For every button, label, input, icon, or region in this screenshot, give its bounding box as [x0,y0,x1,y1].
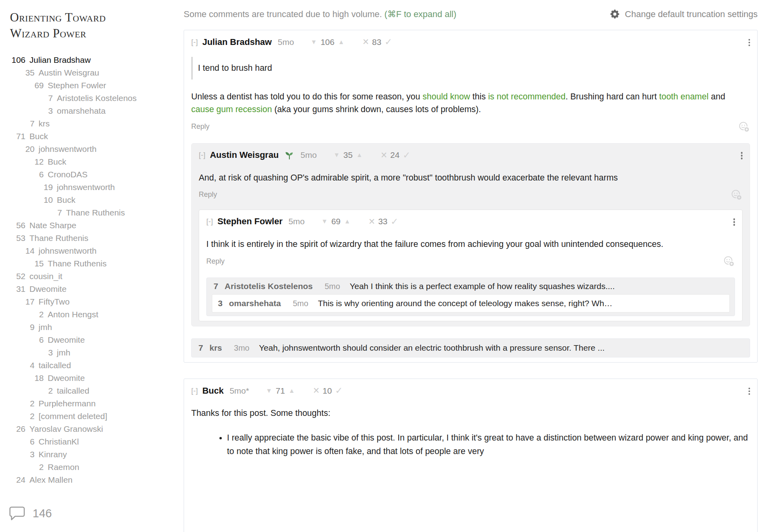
expand-all-hint[interactable]: (⌘F to expand all) [382,9,456,19]
downvote-icon[interactable]: ▼ [311,39,317,46]
tree-item-anton-hengst[interactable]: 2Anton Hengst [10,308,171,321]
reply-button[interactable]: Reply [199,190,217,199]
collapsed-comment-line[interactable]: 7 Aristotelis Kostelenos 5mo Yeah I thin… [212,282,730,291]
tree-item-name: Thane Ruthenis [66,208,125,217]
comment-age[interactable]: 5mo [278,37,294,47]
kebab-menu-icon[interactable] [740,150,744,161]
agree-icon[interactable]: ✓ [403,150,410,161]
comment-preview[interactable]: This is why orienting around the concept… [318,299,725,308]
tree-item-austin-weisgrau[interactable]: 35Austin Weisgrau [10,66,171,79]
tree-item-christiankl[interactable]: 6ChristianKl [10,435,171,448]
collapsed-comment-line[interactable]: 7 krs 3mo Yeah, johnswentworth should co… [197,343,745,353]
tree-item-purplehermann[interactable]: 2Purplehermann [10,397,171,410]
tree-item-buck[interactable]: 10Buck [10,194,171,206]
upvote-icon[interactable]: ▲ [344,218,351,225]
comment-age: 5mo [293,299,308,308]
tree-item-raemon[interactable]: 2Raemon [10,461,171,474]
downvote-icon[interactable]: ▼ [333,151,340,159]
reply-button[interactable]: Reply [191,122,209,131]
tree-item-name: CronoDAS [48,170,87,179]
tree-item-score: 6 [10,168,44,181]
comment-author[interactable]: Austin Weisgrau [210,150,279,160]
comment-preview[interactable]: Yeah I think this is a perfect example o… [350,282,730,291]
tree-item-yaroslav-granowski[interactable]: 26Yaroslav Granowski [10,423,171,435]
collapse-button[interactable]: [-] [199,151,206,159]
tree-item-name: johnswentworth [39,144,97,153]
tree-item-score: 2 [10,410,35,423]
comment-age[interactable]: 5mo [301,150,317,160]
disagree-icon[interactable]: × [363,37,369,47]
comment-author[interactable]: krs [209,343,222,353]
comment-author[interactable]: Aristotelis Kostelenos [225,282,313,291]
tree-item-krs[interactable]: 7krs [10,117,171,130]
tree-item-johnswentworth[interactable]: 19johnswentworth [10,181,171,194]
disagree-icon[interactable]: × [313,385,320,396]
tree-item-johnswentworth[interactable]: 20johnswentworth [10,143,171,155]
tree-item-cousin-it[interactable]: 52cousin_it [10,270,171,283]
tree-item-thane-ruthenis[interactable]: 15Thane Ruthenis [10,257,171,270]
agree-icon[interactable]: ✓ [391,216,398,227]
tree-item-dweomite[interactable]: 6Dweomite [10,334,171,346]
tree-item-jmh[interactable]: 9jmh [10,321,171,334]
agree-icon[interactable]: ✓ [335,385,343,396]
tree-item-julian-bradshaw[interactable]: 106Julian Bradshaw [10,54,171,66]
tree-item-cronodas[interactable]: 6CronoDAS [10,168,171,181]
tree-item-thane-ruthenis[interactable]: 53Thane Ruthenis [10,232,171,245]
disagree-icon[interactable]: × [381,150,387,161]
tree-item-johnswentworth[interactable]: 14johnswentworth [10,245,171,257]
kebab-menu-icon[interactable] [748,386,751,397]
truncation-settings[interactable]: Change default truncation settings [610,9,758,19]
tree-item-score: 7 [10,206,62,219]
tree-item-name: Julian Bradshaw [29,55,91,64]
tree-item-alex-mallen[interactable]: 24Alex Mallen [10,474,171,486]
upvote-icon[interactable]: ▲ [289,387,295,394]
comment-link[interactable]: is not recommended [488,92,566,101]
comment-link[interactable]: tooth enamel [659,92,708,101]
tree-item-buck[interactable]: 71Buck [10,130,171,143]
kebab-menu-icon[interactable] [733,217,736,228]
upvote-icon[interactable]: ▲ [356,151,363,159]
tree-item-thane-ruthenis[interactable]: 7Thane Ruthenis [10,206,171,219]
comment-author[interactable]: Buck [202,386,224,396]
tree-item-dweomite[interactable]: 18Dweomite [10,372,171,384]
add-reaction-icon[interactable] [731,189,743,201]
collapse-button[interactable]: [-] [191,38,198,47]
comment-age[interactable]: 5mo* [230,386,249,396]
upvote-icon[interactable]: ▲ [338,39,344,46]
tree-item-kinrany[interactable]: 3Kinrany [10,448,171,461]
comment-link[interactable]: cause gum recession [191,105,272,114]
reply-button[interactable]: Reply [206,257,225,266]
collapsed-comment-line[interactable]: 3 omarshehata 5mo This is why orienting … [216,299,725,308]
truncation-settings-label[interactable]: Change default truncation settings [625,9,758,19]
tree-item-nate-sharpe[interactable]: 56Nate Sharpe [10,219,171,232]
tree-item-stephen-fowler[interactable]: 69Stephen Fowler [10,79,171,92]
disagree-icon[interactable]: × [369,216,375,227]
tree-item--comment-deleted-[interactable]: 2[comment deleted] [10,410,171,423]
comment-author[interactable]: Stephen Fowler [217,216,283,227]
tree-item-dweomite[interactable]: 31Dweomite [10,283,171,295]
tree-item-jmh[interactable]: 3jmh [10,346,171,359]
downvote-icon[interactable]: ▼ [322,218,328,225]
kebab-menu-icon[interactable] [748,37,751,48]
agree-icon[interactable]: ✓ [384,37,392,47]
comment-author[interactable]: Julian Bradshaw [202,37,272,47]
tree-item-tailcalled[interactable]: 4tailcalled [10,359,171,372]
tree-item-cronodas[interactable]: 16CronoDAS [10,486,171,489]
tree-item-fiftytwo[interactable]: 17FiftyTwo [10,295,171,308]
tree-item-name: krs [39,119,50,128]
comment-preview[interactable]: Yeah, johnswentworth should consider an … [259,343,745,353]
tree-item-omarshehata[interactable]: 3omarshehata [10,105,171,117]
gear-icon[interactable] [610,9,620,19]
tree-item-aristotelis-kostelenos[interactable]: 7Aristotelis Kostelenos [10,92,171,105]
collapse-button[interactable]: [-] [191,386,198,395]
downvote-icon[interactable]: ▼ [266,387,272,394]
comment-link[interactable]: should know [423,92,470,101]
comment-age[interactable]: 5mo [289,217,305,226]
collapse-button[interactable]: [-] [206,217,213,226]
tree-item-tailcalled[interactable]: 2tailcalled [10,384,171,397]
tree-item-buck[interactable]: 12Buck [10,155,171,168]
karma-score: 3 [216,299,223,308]
add-reaction-icon[interactable] [738,121,750,133]
comment-author[interactable]: omarshehata [229,299,281,308]
add-reaction-icon[interactable] [723,255,735,267]
